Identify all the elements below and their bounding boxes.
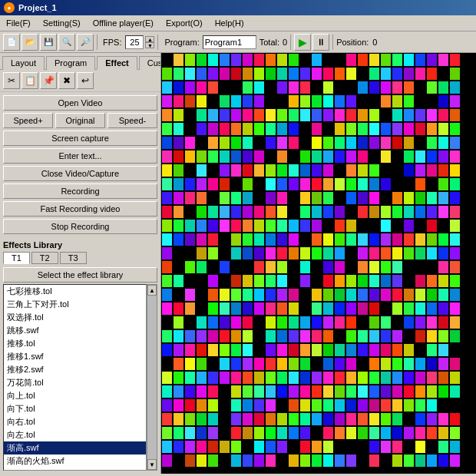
list-item[interactable]: 推移2.swf bbox=[4, 363, 146, 376]
paste-icon[interactable]: 📌 bbox=[40, 72, 57, 89]
pause-button[interactable]: ⏸ bbox=[312, 34, 329, 51]
control-section: Open Video Speed+ Original Speed- Screen… bbox=[0, 92, 160, 237]
zoom-button[interactable]: 🔎 bbox=[77, 34, 94, 51]
save-button[interactable]: 💾 bbox=[40, 34, 57, 51]
separator-1 bbox=[97, 35, 98, 50]
scroll-track bbox=[147, 296, 157, 459]
effects-list[interactable]: 七彩推移.tol三角上下对开.tol双选择.tol跳移.swf推移.tol推移1… bbox=[3, 284, 147, 471]
fps-up[interactable]: ▲ bbox=[145, 36, 154, 42]
title-bar: ● Project_1 bbox=[0, 0, 476, 15]
main-area: Layout Program Effect Custom ✂ 📋 📌 ✖ ↩ O… bbox=[0, 53, 476, 474]
fps-label: FPS: bbox=[103, 38, 121, 47]
effects-section: Effects Library T1 T2 T3 Select the effe… bbox=[0, 237, 160, 474]
list-item[interactable]: 向下.tol bbox=[4, 402, 146, 415]
separator-2 bbox=[157, 35, 158, 50]
program-section: Program: Total: 0 bbox=[164, 35, 287, 49]
original-button[interactable]: Original bbox=[55, 113, 105, 128]
cut-icon[interactable]: ✂ bbox=[3, 72, 20, 89]
effects-tabs: T1 T2 T3 bbox=[3, 252, 157, 264]
list-item[interactable]: 万花筒.tol bbox=[4, 376, 146, 389]
fps-down[interactable]: ▼ bbox=[145, 42, 154, 48]
undo-icon[interactable]: ↩ bbox=[77, 72, 94, 89]
effects-label: Effects Library bbox=[3, 240, 157, 250]
menu-export[interactable]: Export(O) bbox=[160, 17, 209, 29]
fps-input[interactable] bbox=[125, 35, 144, 49]
right-canvas bbox=[161, 53, 476, 474]
left-panel: Layout Program Effect Custom ✂ 📋 📌 ✖ ↩ O… bbox=[0, 53, 161, 474]
led-display bbox=[161, 53, 476, 474]
position-label: Position: bbox=[336, 38, 369, 47]
total-label: Total: bbox=[259, 38, 279, 47]
position-value: 0 bbox=[372, 38, 377, 47]
fps-spinner: ▲ ▼ bbox=[145, 36, 154, 48]
program-input[interactable] bbox=[203, 35, 256, 49]
scroll-up-button[interactable]: ▲ bbox=[147, 285, 157, 296]
list-item[interactable]: 七彩推移.tol bbox=[4, 285, 146, 298]
list-item[interactable]: 向左.tol bbox=[4, 428, 146, 441]
menu-help[interactable]: Help(H) bbox=[209, 17, 250, 29]
menu-bar: File(F) Setting(S) Offline player(E) Exp… bbox=[0, 15, 476, 31]
list-item[interactable]: 双选择.tol bbox=[4, 311, 146, 324]
fast-recording-button[interactable]: Fast Recording video bbox=[3, 201, 157, 217]
tab-program[interactable]: Program bbox=[46, 56, 95, 70]
title-text: Project_1 bbox=[18, 3, 57, 12]
copy-icon[interactable]: 📋 bbox=[21, 72, 38, 89]
menu-setting[interactable]: Setting(S) bbox=[37, 17, 87, 29]
toolbar: 📄 📂 💾 🔍 🔎 FPS: ▲ ▼ Program: Total: 0 ▶ ⏸… bbox=[0, 31, 476, 53]
tab-custom[interactable]: Custom bbox=[139, 56, 161, 70]
effects-tab-t3[interactable]: T3 bbox=[60, 252, 87, 264]
scrollbar-vertical[interactable]: ▲ ▼ bbox=[147, 284, 157, 471]
search-button[interactable]: 🔍 bbox=[58, 34, 75, 51]
stop-recording-button[interactable]: Stop Recording bbox=[3, 219, 157, 234]
screen-capture-button[interactable]: Screen capture bbox=[3, 131, 157, 146]
speed-plus-button[interactable]: Speed+ bbox=[3, 113, 53, 128]
scroll-down-button[interactable]: ▼ bbox=[147, 459, 157, 470]
enter-text-button[interactable]: Enter text... bbox=[3, 148, 157, 164]
list-item[interactable]: 跳移.swf bbox=[4, 324, 146, 337]
list-item[interactable]: 向右.tol bbox=[4, 415, 146, 428]
effects-tab-t2[interactable]: T2 bbox=[31, 252, 58, 264]
menu-offline[interactable]: Offline player(E) bbox=[87, 17, 160, 29]
list-item[interactable]: 渐高的火焰.swf bbox=[4, 455, 146, 468]
list-item[interactable]: 渐高.swf bbox=[4, 441, 146, 455]
separator-4 bbox=[332, 35, 333, 50]
icon-row: ✂ 📋 📌 ✖ ↩ bbox=[0, 70, 160, 92]
delete-icon[interactable]: ✖ bbox=[58, 72, 75, 89]
play-button[interactable]: ▶ bbox=[294, 34, 311, 51]
list-item[interactable]: 向上.tol bbox=[4, 389, 146, 402]
tab-layout[interactable]: Layout bbox=[2, 56, 45, 70]
speed-minus-button[interactable]: Speed- bbox=[107, 113, 157, 128]
separator-3 bbox=[290, 35, 291, 50]
list-item[interactable]: 推移.tol bbox=[4, 337, 146, 350]
list-item[interactable]: 三角上下对开.tol bbox=[4, 298, 146, 311]
close-video-button[interactable]: Close Video/Capture bbox=[3, 166, 157, 181]
tabs-row: Layout Program Effect Custom bbox=[0, 53, 160, 70]
effects-list-container: 七彩推移.tol三角上下对开.tol双选择.tol跳移.swf推移.tol推移1… bbox=[3, 284, 157, 471]
total-value: 0 bbox=[283, 38, 287, 47]
effects-tab-t1[interactable]: T1 bbox=[3, 252, 30, 264]
select-effect-button[interactable]: Select the effect library bbox=[3, 267, 157, 283]
tab-effect[interactable]: Effect bbox=[97, 56, 137, 70]
program-label: Program: bbox=[164, 38, 199, 47]
menu-file[interactable]: File(F) bbox=[0, 17, 37, 29]
speed-row: Speed+ Original Speed- bbox=[3, 113, 157, 128]
open-video-button[interactable]: Open Video bbox=[3, 95, 157, 111]
new-button[interactable]: 📄 bbox=[3, 34, 20, 51]
app-icon: ● bbox=[4, 2, 15, 13]
list-item[interactable]: 推移1.swf bbox=[4, 350, 146, 363]
open-button[interactable]: 📂 bbox=[21, 34, 38, 51]
recording-button[interactable]: Recording bbox=[3, 183, 157, 199]
